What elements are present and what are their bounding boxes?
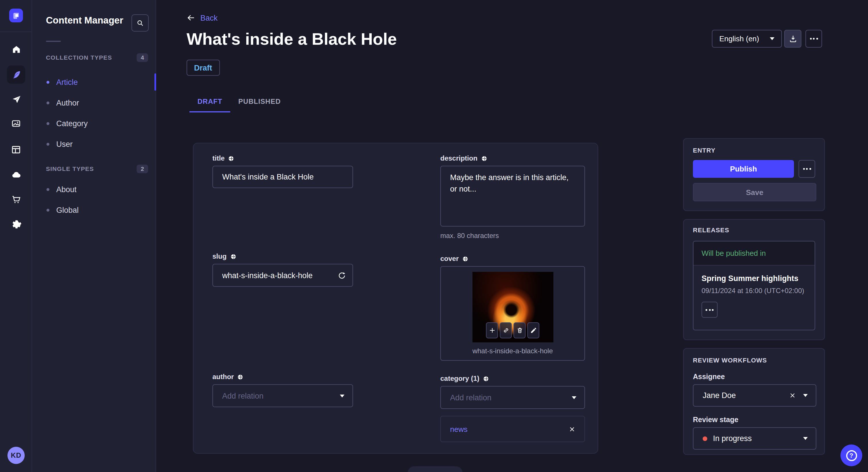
assignee-combobox[interactable]: Jane Doe <box>693 384 816 407</box>
plus-icon <box>489 327 495 334</box>
combobox-placeholder: Add relation <box>450 393 491 402</box>
sidebar-item-about[interactable]: About <box>32 179 156 200</box>
settings-icon[interactable] <box>7 216 25 234</box>
bottom-peek-element <box>408 466 463 472</box>
review-heading: REVIEW WORKFLOWS <box>693 357 815 364</box>
section-label: SINGLE TYPES <box>46 165 94 172</box>
review-stage-label: Review stage <box>693 416 815 424</box>
arrow-left-icon <box>187 13 196 22</box>
trash-icon <box>516 327 523 334</box>
chevron-down-icon <box>803 437 808 440</box>
back-button[interactable]: Back <box>187 13 218 22</box>
help-button[interactable]: ? <box>840 444 862 466</box>
content-type-builder-icon[interactable] <box>7 140 25 159</box>
copy-link-button[interactable] <box>500 322 512 338</box>
x-icon <box>569 426 575 432</box>
category-field-label: category (1) <box>440 374 585 382</box>
review-stage-value: In progress <box>713 434 752 443</box>
field-label-text: category (1) <box>440 374 479 382</box>
category-relation-combobox[interactable]: Add relation <box>440 386 585 409</box>
field-label-text: title <box>212 154 225 162</box>
globe-icon <box>483 375 489 382</box>
save-button[interactable]: Save <box>693 183 816 201</box>
app-window: KD Content Manager COLLECTION TYPES 4 Ar… <box>0 0 868 472</box>
bullet-icon <box>46 101 50 104</box>
globe-icon <box>462 256 468 262</box>
relation-item-news: news <box>440 416 585 442</box>
releases-icon[interactable] <box>7 90 25 108</box>
divider <box>46 41 61 42</box>
marketplace-icon[interactable] <box>7 191 25 209</box>
add-media-button[interactable] <box>486 322 498 338</box>
download-icon <box>788 34 797 43</box>
assignee-label: Assignee <box>693 373 815 381</box>
description-textarea[interactable]: Maybe the answer is in this article, or … <box>440 166 585 227</box>
review-stage-select[interactable]: In progress <box>693 427 816 450</box>
count-badge: 2 <box>136 164 148 173</box>
slug-input[interactable] <box>212 264 353 287</box>
releases-panel: RELEASES Will be published in Spring Sum… <box>683 219 825 340</box>
content-manager-subnav: Content Manager COLLECTION TYPES 4 Artic… <box>32 0 156 472</box>
locale-value: English (en) <box>719 34 759 43</box>
tab-draft[interactable]: DRAFT <box>189 92 230 112</box>
delete-media-button[interactable] <box>514 322 526 338</box>
chevron-down-icon <box>340 394 344 397</box>
ellipsis-icon <box>706 309 714 310</box>
sidebar-item-user[interactable]: User <box>32 134 156 154</box>
sidebar-item-author[interactable]: Author <box>32 92 156 113</box>
refresh-icon <box>337 271 346 279</box>
edit-media-button[interactable] <box>527 322 539 338</box>
more-actions-button[interactable] <box>805 30 822 47</box>
user-avatar[interactable]: KD <box>7 447 25 464</box>
relation-link[interactable]: news <box>450 425 468 433</box>
sidebar-item-label: Category <box>56 119 88 128</box>
form-left-column: title slug <box>212 143 353 407</box>
publish-button[interactable]: Publish <box>693 160 794 178</box>
field-label-text: cover <box>440 255 459 263</box>
cloud-icon[interactable] <box>7 166 25 184</box>
active-item-indicator <box>154 73 156 91</box>
title-input[interactable] <box>212 166 353 188</box>
strapi-logo-icon <box>12 11 20 20</box>
bullet-icon <box>46 142 50 145</box>
single-types-section-header: SINGLE TYPES 2 <box>46 164 148 173</box>
globe-icon <box>230 253 236 260</box>
release-more-button[interactable] <box>702 302 718 318</box>
entry-panel: ENTRY Publish Save <box>683 138 825 211</box>
field-label-text: description <box>440 154 477 162</box>
home-icon[interactable] <box>7 40 25 59</box>
search-button[interactable] <box>131 14 149 32</box>
combobox-placeholder: Add relation <box>222 392 264 400</box>
link-icon <box>502 327 509 334</box>
divider <box>0 32 32 32</box>
content-manager-icon[interactable] <box>7 65 25 84</box>
media-library-icon[interactable] <box>7 114 25 133</box>
status-badge-label: Draft <box>194 63 212 72</box>
entry-more-button[interactable] <box>799 160 815 178</box>
field-label-text: author <box>212 373 234 381</box>
magnifier-icon <box>136 19 144 27</box>
remove-relation-button[interactable] <box>569 426 575 432</box>
sidebar-item-global[interactable]: Global <box>32 200 156 220</box>
sidebar-item-category[interactable]: Category <box>32 113 156 134</box>
tab-published[interactable]: PUBLISHED <box>230 92 289 112</box>
sidebar-item-label: Author <box>56 98 79 107</box>
sidebar-item-article[interactable]: Article <box>32 72 156 92</box>
globe-icon <box>481 155 487 162</box>
sidebar-item-label: User <box>56 140 73 148</box>
regenerate-slug-button[interactable] <box>335 268 348 282</box>
author-relation-combobox[interactable]: Add relation <box>212 384 353 407</box>
chevron-down-icon <box>803 394 808 397</box>
clear-x-icon[interactable] <box>789 392 796 399</box>
sidebar-item-label: About <box>56 185 76 194</box>
download-button[interactable] <box>784 30 801 47</box>
description-field-label: description <box>440 154 585 162</box>
chevron-down-icon <box>572 396 577 399</box>
bullet-icon <box>46 80 50 83</box>
releases-heading: RELEASES <box>693 227 815 233</box>
cover-field-label: cover <box>440 255 585 263</box>
release-status-banner: Will be published in <box>693 241 815 266</box>
strapi-logo[interactable] <box>9 9 23 22</box>
locale-select[interactable]: English (en) <box>712 30 782 47</box>
sidebar-item-label: Article <box>56 78 78 86</box>
